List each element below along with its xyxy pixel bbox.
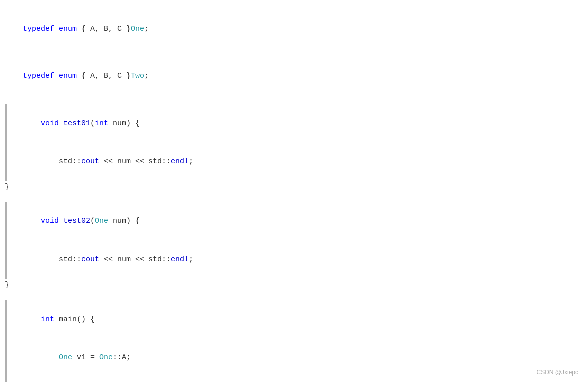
gap-4: [5, 291, 578, 300]
kw-int-1: int: [95, 119, 108, 128]
gap-1: [5, 48, 578, 57]
endl-2: endl: [171, 255, 189, 264]
code-section-test02: void test02(One num) { std::cout << num …: [5, 202, 578, 279]
line-test02-sig: void test02(One num) {: [5, 202, 578, 241]
code-section-main: int main() { One v1 = One::A; Two v2 = T…: [5, 300, 578, 382]
type-two-1: Two: [131, 72, 144, 80]
type-one-v1: One: [59, 353, 72, 362]
left-bar-1: [5, 104, 7, 181]
code-section-test01: void test01(int num) { std::cout << num …: [5, 104, 578, 181]
line-test02-body: std::cout << num << std::endl;: [5, 240, 578, 279]
kw-enum-1: enum: [59, 25, 77, 33]
type-one-1: One: [131, 25, 144, 33]
left-bar-3: [5, 300, 7, 382]
kw-enum-2: enum: [59, 72, 77, 80]
line-test02-close: }: [5, 279, 578, 292]
param-type-one-2: One: [95, 217, 108, 225]
line-test01-body: std::cout << num << std::endl;: [5, 143, 578, 181]
line-test01-close: }: [5, 181, 578, 193]
line-main-v2: Two v2 = Two::A;: [5, 377, 578, 382]
line-typedef-two: typedef enum { A, B, C }Two;: [5, 57, 578, 96]
kw-void-1: void: [41, 119, 59, 128]
func-test02: test02: [63, 217, 90, 225]
kw-typedef-1: typedef: [23, 25, 54, 33]
kw-int-main: int: [41, 315, 54, 324]
code-container: typedef enum { A, B, C }One; typedef enu…: [5, 10, 578, 382]
cout-1: cout: [81, 157, 99, 166]
kw-void-2: void: [41, 217, 59, 225]
kw-typedef-2: typedef: [23, 72, 54, 80]
branding-text: CSDN @Jxiepc: [536, 368, 578, 377]
type-one-v1b: One: [99, 353, 113, 362]
gap-2: [5, 95, 578, 104]
func-test01: test01: [63, 119, 90, 128]
left-bar-2: [5, 202, 7, 279]
gap-3: [5, 193, 578, 202]
line-typedef-one: typedef enum { A, B, C }One;: [5, 10, 578, 48]
line-main-v1: One v1 = One::A;: [5, 339, 578, 377]
cout-2: cout: [81, 255, 99, 264]
endl-1: endl: [171, 157, 189, 166]
line-main-sig: int main() {: [5, 300, 578, 339]
line-test01-sig: void test01(int num) {: [5, 104, 578, 143]
